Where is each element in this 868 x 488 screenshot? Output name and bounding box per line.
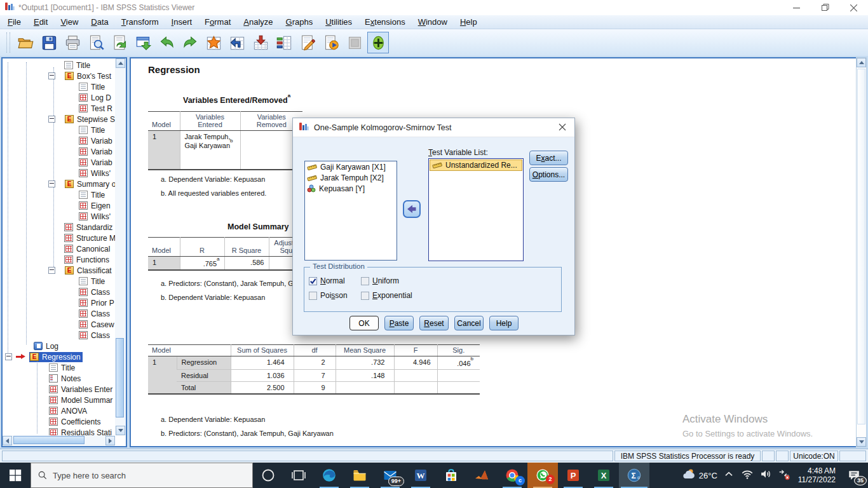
tree-item[interactable]: Test R — [3, 103, 115, 114]
ok-button[interactable]: OK — [349, 316, 379, 330]
spss-taskbar-icon[interactable]: Σα — [619, 463, 649, 488]
list-item[interactable]: Kepuasan [Y] — [305, 183, 397, 194]
content-vertical-scrollbar[interactable] — [856, 57, 867, 447]
collapse-icon[interactable] — [48, 180, 55, 187]
powerpoint-icon[interactable]: P — [558, 463, 588, 488]
edge-icon[interactable] — [314, 463, 344, 488]
tree-item[interactable]: Title — [3, 276, 115, 287]
tree-horizontal-scrollbar[interactable] — [3, 435, 115, 446]
tree-item[interactable]: Canonical — [3, 243, 115, 254]
scroll-down-arrow[interactable] — [857, 437, 866, 447]
tree-item[interactable]: Structure M — [3, 233, 115, 243]
excel-icon[interactable]: X — [588, 463, 619, 488]
save-icon[interactable] — [38, 32, 60, 53]
scroll-left-arrow[interactable] — [3, 436, 12, 445]
tree-item[interactable]: Notes — [3, 373, 115, 384]
exact-button[interactable]: Exact... — [529, 151, 568, 165]
collapse-icon[interactable] — [5, 353, 12, 360]
menu-insert[interactable]: Insert — [165, 15, 199, 29]
list-item[interactable]: Gaji Karyawan [X1] — [305, 161, 397, 172]
undo-icon[interactable] — [156, 32, 177, 53]
menu-extensions[interactable]: Extensions — [358, 15, 412, 29]
tree-item[interactable]: Title — [3, 60, 115, 71]
content-vscroll-thumb[interactable] — [857, 69, 865, 424]
edit-outline-icon[interactable] — [297, 32, 318, 53]
microsoft-store-icon[interactable] — [436, 463, 466, 488]
taskbar-clock[interactable]: 4:48 AM 11/27/2022 — [798, 466, 836, 484]
tree-item[interactable]: Coefficients — [3, 416, 115, 427]
designate-window-icon[interactable] — [367, 32, 389, 53]
selected-list-item[interactable]: Unstandardized Re... — [430, 159, 522, 171]
word-icon[interactable]: W — [405, 463, 436, 488]
source-variable-list[interactable]: Gaji Karyawan [X1] Jarak Tempuh [X2] Kep… — [304, 161, 397, 261]
toolbar-grip[interactable] — [6, 32, 10, 53]
tree-item[interactable]: Variables Enter — [3, 384, 115, 395]
poisson-checkbox[interactable]: Poisson — [309, 291, 348, 300]
print-icon[interactable] — [62, 32, 83, 53]
scroll-down-arrow[interactable] — [116, 426, 125, 435]
menu-transform[interactable]: Transform — [115, 15, 165, 29]
volume-icon[interactable] — [759, 467, 773, 484]
collapse-icon[interactable] — [48, 267, 55, 274]
tree-vertical-scrollbar[interactable] — [115, 58, 126, 435]
tree-item[interactable]: Title — [3, 189, 115, 200]
close-button[interactable] — [839, 0, 868, 15]
tray-expand-icon[interactable] — [722, 467, 736, 484]
menu-edit[interactable]: Edit — [27, 15, 54, 29]
exponential-checkbox[interactable]: Exponential — [361, 291, 412, 300]
recall-dialog-icon[interactable] — [109, 32, 130, 53]
normal-checkbox[interactable]: Normal — [309, 276, 345, 285]
tree-item[interactable]: Summary o — [3, 179, 115, 189]
paste-button[interactable]: Paste — [384, 316, 414, 330]
tree-item-regression-selected[interactable]: Regression — [3, 351, 115, 362]
scroll-up-arrow[interactable] — [116, 58, 125, 68]
chrome-icon[interactable]: c — [497, 463, 527, 488]
go-to-designated-window-icon[interactable] — [132, 32, 154, 53]
move-variable-button[interactable] — [403, 200, 421, 218]
tree-item[interactable]: Functions — [3, 254, 115, 265]
scroll-right-arrow[interactable] — [105, 436, 115, 445]
tree-item[interactable]: Title — [3, 81, 115, 92]
menu-window[interactable]: Window — [412, 15, 454, 29]
show-variables-icon[interactable] — [273, 32, 295, 53]
insert-cases-icon[interactable] — [250, 32, 271, 53]
checkbox-checked-icon[interactable] — [309, 277, 317, 285]
tree-item[interactable]: Wilks' — [3, 168, 115, 179]
menu-format[interactable]: Format — [198, 15, 237, 29]
collapse-icon[interactable] — [48, 116, 55, 123]
tree-item[interactable]: Wilks' — [3, 211, 115, 222]
tree-item[interactable]: Stepwise S — [3, 114, 115, 125]
checkbox-unchecked-icon[interactable] — [309, 292, 317, 300]
tree-item[interactable]: Title — [3, 362, 115, 373]
whatsapp-icon[interactable]: 2 — [527, 463, 558, 488]
open-file-icon[interactable] — [15, 32, 36, 53]
checkbox-unchecked-icon[interactable] — [361, 292, 369, 300]
tree-item[interactable]: Classificat — [3, 265, 115, 276]
tree-item[interactable]: Variab — [3, 135, 115, 146]
matlab-icon[interactable] — [466, 463, 497, 488]
restore-button[interactable] — [811, 0, 839, 15]
menu-analyze[interactable]: Analyze — [237, 15, 279, 29]
cortana-icon[interactable] — [253, 463, 283, 488]
mail-icon[interactable]: 99+ — [375, 463, 405, 488]
tree-item[interactable]: Box's Test — [3, 71, 115, 81]
taskbar-search-input[interactable]: Type here to search — [31, 463, 253, 488]
redo-icon[interactable] — [179, 32, 201, 53]
tree-item[interactable]: Casew — [3, 319, 115, 330]
help-button[interactable]: Help — [489, 316, 519, 330]
menu-help[interactable]: Help — [454, 15, 484, 29]
tree-item[interactable]: Title — [3, 125, 115, 135]
tree-item[interactable]: Eigen — [3, 200, 115, 211]
task-view-icon[interactable] — [283, 463, 314, 488]
tree-item[interactable]: Class — [3, 330, 115, 341]
temperature-label[interactable]: 26°C — [699, 471, 717, 480]
print-preview-icon[interactable] — [85, 32, 107, 53]
reset-button[interactable]: Reset — [419, 316, 449, 330]
action-center-icon[interactable]: 35 — [843, 463, 865, 488]
cancel-button[interactable]: Cancel — [454, 316, 484, 330]
options-button[interactable]: Options... — [529, 167, 568, 182]
menu-view[interactable]: View — [54, 15, 85, 29]
test-variable-list[interactable]: Unstandardized Re... — [428, 158, 524, 261]
tree-item[interactable]: Standardiz — [3, 222, 115, 233]
wifi-icon[interactable] — [740, 467, 754, 484]
